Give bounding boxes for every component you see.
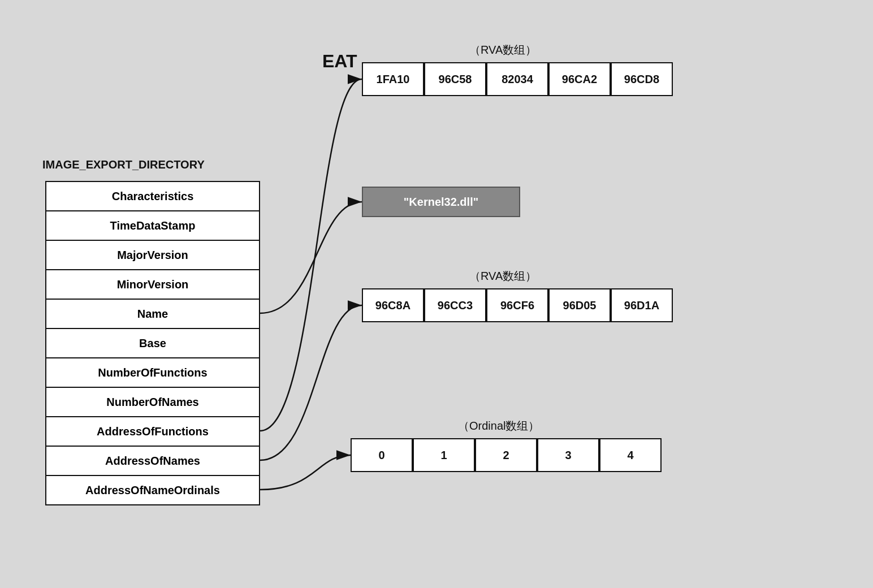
ordinal-array: 01234 <box>351 438 662 472</box>
ordinal-cell: 3 <box>537 438 599 472</box>
ied-label: IMAGE_EXPORT_DIRECTORY <box>42 158 205 171</box>
dir-field-characteristics: Characteristics <box>46 181 260 211</box>
eat-title: EAT <box>322 51 357 72</box>
dir-field-addressoffunctions: AddressOfFunctions <box>46 417 260 446</box>
dir-field-addressofnameordinals: AddressOfNameOrdinals <box>46 475 260 505</box>
dir-field-numberofnames: NumberOfNames <box>46 387 260 417</box>
ordinal-cell: 0 <box>351 438 413 472</box>
ordinal-label: （Ordinal数组） <box>458 418 539 434</box>
rva-top-array: 1FA1096C588203496CA296CD8 <box>362 62 673 96</box>
ordinal-cell: 2 <box>475 438 537 472</box>
dir-field-addressofnames: AddressOfNames <box>46 446 260 475</box>
dir-field-base: Base <box>46 328 260 358</box>
dir-field-timedatastamp: TimeDataStamp <box>46 211 260 240</box>
rva-mid-cell: 96D1A <box>611 288 673 322</box>
dir-field-name: Name <box>46 299 260 328</box>
diagram-container: EAT IMAGE_EXPORT_DIRECTORY Characteristi… <box>0 0 873 588</box>
dir-field-minorversion: MinorVersion <box>46 270 260 299</box>
rva-top-cell: 96CA2 <box>548 62 611 96</box>
rva-mid-cell: 96D05 <box>548 288 611 322</box>
rva-mid-array: 96C8A96CC396CF696D0596D1A <box>362 288 673 322</box>
rva-top-cell: 96CD8 <box>611 62 673 96</box>
dir-field-numberoffunctions: NumberOfFunctions <box>46 358 260 387</box>
ordinal-cell: 4 <box>599 438 662 472</box>
rva-mid-cell: 96C8A <box>362 288 424 322</box>
rva-mid-label: （RVA数组） <box>469 269 537 284</box>
rva-mid-cell: 96CC3 <box>424 288 486 322</box>
rva-top-cell: 96C58 <box>424 62 486 96</box>
rva-top-cell: 82034 <box>486 62 548 96</box>
rva-mid-cell: 96CF6 <box>486 288 548 322</box>
kernel32-label: "Kernel32.dll" <box>362 187 520 217</box>
dir-field-majorversion: MajorVersion <box>46 240 260 270</box>
rva-top-cell: 1FA10 <box>362 62 424 96</box>
ordinal-cell: 1 <box>413 438 475 472</box>
rva-top-label: （RVA数组） <box>469 42 537 58</box>
directory-table: CharacteristicsTimeDataStampMajorVersion… <box>45 181 260 505</box>
